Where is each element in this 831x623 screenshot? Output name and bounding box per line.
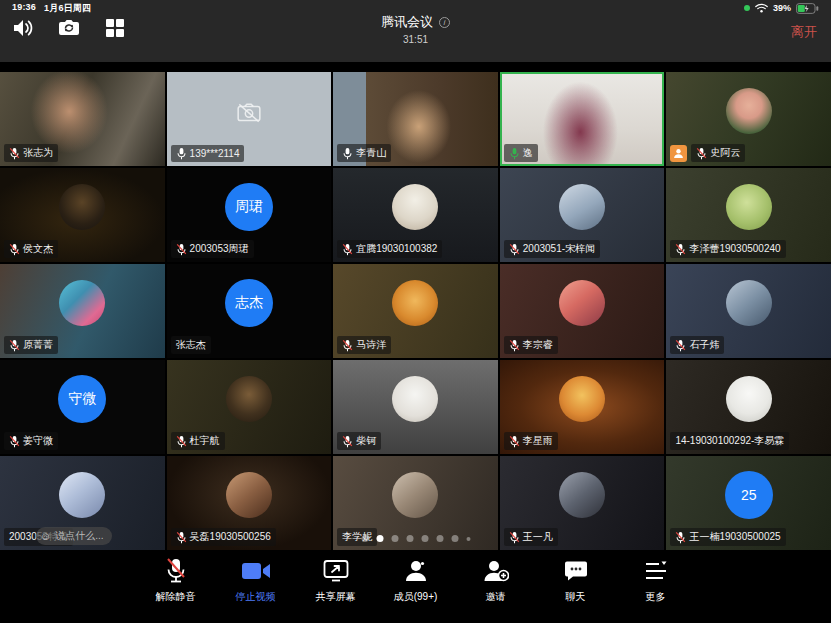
avatar xyxy=(559,280,605,326)
mic-icon xyxy=(9,435,20,448)
participant-tile[interactable]: 志杰 张志杰 xyxy=(167,264,332,358)
name-tag: 原菁菁 xyxy=(4,336,58,354)
participant-tile[interactable]: 14-19030100292-李易霖 xyxy=(666,360,831,454)
mic-icon xyxy=(176,531,187,544)
name-tag: 石子炜 xyxy=(670,336,724,354)
name-tag: 宜腾19030100382 xyxy=(337,240,442,258)
share-screen-icon xyxy=(323,558,349,584)
name-tag-row: 张志为 xyxy=(4,144,58,162)
participant-tile[interactable]: 守微 姜守微 xyxy=(0,360,165,454)
avatar xyxy=(392,472,438,518)
page-dot[interactable] xyxy=(436,535,443,542)
participant-tile[interactable]: 李宗睿 xyxy=(500,264,665,358)
page-dot[interactable] xyxy=(376,535,383,542)
participant-tile[interactable]: 周珺 2003053周珺 xyxy=(167,168,332,262)
participant-tile[interactable]: 原菁菁 xyxy=(0,264,165,358)
members-button[interactable]: 成员(99+) xyxy=(389,558,443,623)
mic-icon xyxy=(675,339,686,352)
avatar xyxy=(726,376,772,422)
participant-tile[interactable]: 侯文杰 xyxy=(0,168,165,262)
participant-tile[interactable]: 逸 xyxy=(500,72,665,166)
name-tag-row: 杜宇航 xyxy=(171,432,225,450)
mic-icon xyxy=(342,435,353,448)
participant-name: 王一凡 xyxy=(523,530,553,544)
avatar-initials: 周珺 xyxy=(225,183,273,231)
mic-icon xyxy=(509,147,520,160)
page-dot[interactable] xyxy=(391,535,398,542)
name-tag-row: 马诗洋 xyxy=(337,336,391,354)
stop-video-button[interactable]: 停止视频 xyxy=(229,558,283,623)
leave-button[interactable]: 离开 xyxy=(791,24,817,39)
name-tag-row: 14-19030100292-李易霖 xyxy=(670,432,789,450)
participant-tile[interactable]: 139***2114 xyxy=(167,72,332,166)
mic-icon xyxy=(509,243,520,256)
page-dot[interactable] xyxy=(466,537,470,541)
more-button[interactable]: 更多 xyxy=(629,558,683,623)
participant-tile[interactable]: 李星雨 xyxy=(500,360,665,454)
participant-name: 柴钶 xyxy=(356,434,376,448)
name-tag: 史阿云 xyxy=(691,144,745,162)
unmute-button[interactable]: 解除静音 xyxy=(149,558,203,623)
participant-name: 姜守微 xyxy=(23,434,53,448)
participant-tile[interactable]: 马诗洋 xyxy=(333,264,498,358)
mic-icon xyxy=(342,147,353,160)
avatar xyxy=(392,280,438,326)
participant-tile[interactable]: 李青山 xyxy=(333,72,498,166)
invite-button[interactable]: 邀请 xyxy=(469,558,523,623)
name-tag-row: 李泽蕾19030500240 xyxy=(670,240,785,258)
name-tag-row: 张志杰 xyxy=(171,336,211,354)
name-tag: 李泽蕾19030500240 xyxy=(670,240,785,258)
participant-tile[interactable]: 柴钶 xyxy=(333,360,498,454)
participant-tile[interactable]: 吴磊19030500256 xyxy=(167,456,332,550)
emoji-icon: ☺ xyxy=(40,531,51,542)
name-tag-row: 李青山 xyxy=(337,144,391,162)
participant-tile[interactable]: 王一凡 xyxy=(500,456,665,550)
participant-tile[interactable]: 宜腾19030100382 xyxy=(333,168,498,262)
page-dot[interactable] xyxy=(361,535,368,542)
page-dot[interactable] xyxy=(421,535,428,542)
avatar xyxy=(59,280,105,326)
participant-tile[interactable]: 石子炜 xyxy=(666,264,831,358)
participant-tile[interactable]: 史阿云 xyxy=(666,72,831,166)
mic-icon xyxy=(176,147,187,160)
name-tag: 李宗睿 xyxy=(504,336,558,354)
participant-tile[interactable]: 2003051-宋梓闻 xyxy=(500,168,665,262)
camera-off-icon xyxy=(236,102,262,124)
toolbar-label: 成员(99+) xyxy=(394,590,438,604)
chat-quick-input[interactable]: ☺ 说点什么... xyxy=(36,527,112,545)
bottom-toolbar: 解除静音 停止视频 共享屏幕 成员(99+) xyxy=(0,550,831,623)
participant-tile[interactable]: 杜宇航 xyxy=(167,360,332,454)
name-tag-row: 王一楠19030500025 xyxy=(670,528,785,546)
page-indicator xyxy=(361,535,470,542)
participant-tile[interactable]: 张志为 xyxy=(0,72,165,166)
participant-name: 吴磊19030500256 xyxy=(190,530,271,544)
participant-tile[interactable]: 李泽蕾19030500240 xyxy=(666,168,831,262)
participant-name: 李星雨 xyxy=(523,434,553,448)
name-tag: 李星雨 xyxy=(504,432,558,450)
page-dot[interactable] xyxy=(406,535,413,542)
mic-icon xyxy=(342,243,353,256)
name-tag-row: 柴钶 xyxy=(337,432,381,450)
participant-name: 139***2114 xyxy=(190,148,240,159)
hand-raised-badge xyxy=(670,145,687,162)
chat-button[interactable]: 聊天 xyxy=(549,558,603,623)
avatar xyxy=(392,376,438,422)
participant-tile[interactable]: 2003053特雷 ☺ 说点什么... xyxy=(0,456,165,550)
name-tag: 姜守微 xyxy=(4,432,58,450)
mic-icon xyxy=(9,339,20,352)
participant-tile[interactable]: 25 王一楠19030500025 xyxy=(666,456,831,550)
avatar xyxy=(559,376,605,422)
toolbar-label: 解除静音 xyxy=(156,590,196,604)
participant-name: 史阿云 xyxy=(710,146,740,160)
avatar xyxy=(726,184,772,230)
participant-name: 原菁菁 xyxy=(23,338,53,352)
share-screen-button[interactable]: 共享屏幕 xyxy=(309,558,363,623)
name-tag: 2003053周珺 xyxy=(171,240,254,258)
info-icon[interactable]: i xyxy=(439,17,450,28)
chat-placeholder: 说点什么... xyxy=(55,529,103,543)
name-tag-row: 李星雨 xyxy=(504,432,558,450)
camera-off-placeholder xyxy=(236,102,262,128)
chat-icon xyxy=(564,558,588,584)
page-dot[interactable] xyxy=(451,535,458,542)
avatar xyxy=(59,184,105,230)
